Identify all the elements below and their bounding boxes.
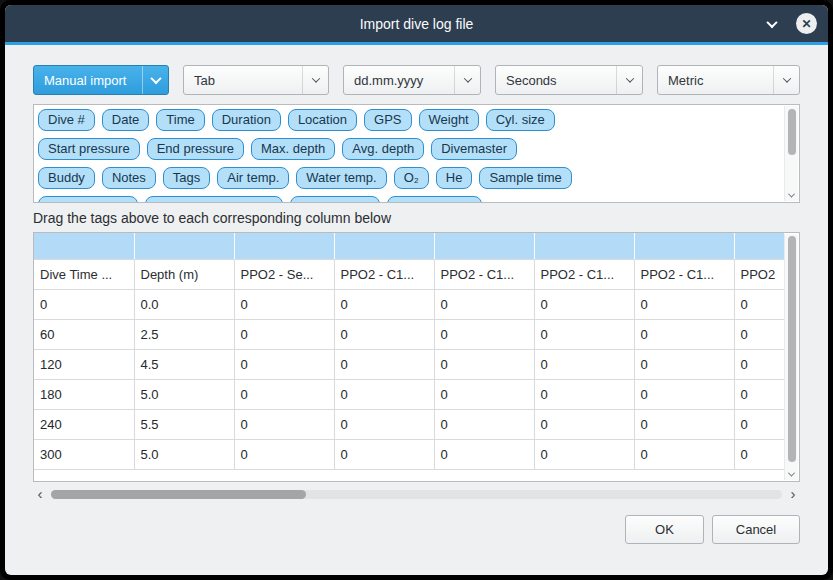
tag-end-pressure[interactable]: End pressure [147, 138, 244, 160]
import-type-combo[interactable]: Manual import [33, 65, 169, 95]
tag-max-depth[interactable]: Max. depth [251, 138, 335, 160]
column-header-4[interactable]: PPO2 - C1... [434, 259, 534, 289]
preview-grid: Dive Time ...Depth (m)PPO2 - Se...PPO2 -… [34, 233, 784, 470]
table-cell: 0 [634, 409, 734, 439]
scrollbar-thumb[interactable] [51, 490, 306, 499]
tag-he[interactable]: He [436, 167, 473, 189]
header-row: Dive Time ...Depth (m)PPO2 - Se...PPO2 -… [34, 259, 784, 289]
scroll-right-icon[interactable]: › [786, 487, 800, 501]
tag-row: BuddyNotesTagsAir temp.Water temp.O₂HeSa… [38, 167, 784, 189]
column-drop-target-3[interactable] [334, 233, 434, 259]
tag-notes[interactable]: Notes [102, 167, 156, 189]
column-header-5[interactable]: PPO2 - C1... [534, 259, 634, 289]
tag-dive[interactable]: Dive # [38, 109, 95, 131]
column-header-0[interactable]: Dive Time ... [34, 259, 134, 289]
column-header-1[interactable]: Depth (m) [134, 259, 234, 289]
column-drop-target-5[interactable] [534, 233, 634, 259]
field-separator-combo[interactable]: Tab [183, 65, 329, 95]
tag-gps[interactable]: GPS [364, 109, 411, 131]
date-format-combo[interactable]: dd.mm.yyyy [343, 65, 481, 95]
scrollbar-track[interactable] [51, 490, 782, 499]
chevron-down-icon [454, 66, 480, 94]
tag-sample-temperature[interactable]: Sample temperature [145, 196, 283, 202]
column-drop-target-1[interactable] [134, 233, 234, 259]
table-horizontal-scrollbar[interactable]: ‹ › [33, 487, 800, 501]
table-cell: 300 [34, 439, 134, 469]
combo-value: Manual import [34, 73, 142, 88]
tag-tags[interactable]: Tags [163, 167, 210, 189]
table-cell: 0 [234, 409, 334, 439]
table-cell: 0 [534, 379, 634, 409]
tag-sample-depth[interactable]: Sample depth [38, 196, 138, 202]
table-cell: 0 [434, 379, 534, 409]
table-cell: 2.5 [134, 319, 234, 349]
table-row: 602.5000000 [34, 319, 784, 349]
tag-cyl-size[interactable]: Cyl. size [486, 109, 555, 131]
column-drop-target-6[interactable] [634, 233, 734, 259]
table-cell: 0 [334, 319, 434, 349]
table-cell: 0 [334, 289, 434, 319]
column-header-7[interactable]: PPO2 [734, 259, 784, 289]
table-cell: 0 [534, 289, 634, 319]
ok-button[interactable]: OK [625, 515, 704, 544]
table-cell: 0 [234, 319, 334, 349]
tag-date[interactable]: Date [102, 109, 149, 131]
table-cell: 0 [734, 319, 784, 349]
tag-row: Sample depthSample temperatureSample pO₂… [38, 196, 784, 202]
table-cell: 0 [334, 349, 434, 379]
table-cell: 0 [734, 439, 784, 469]
tag-divemaster[interactable]: Divemaster [431, 138, 517, 160]
tags-scrollbar[interactable] [784, 106, 798, 201]
titlebar-controls: ✕ [763, 5, 817, 42]
column-header-2[interactable]: PPO2 - Se... [234, 259, 334, 289]
tag-water-temp[interactable]: Water temp. [296, 167, 386, 189]
table-cell: 240 [34, 409, 134, 439]
tag-sample-cns[interactable]: Sample CNS [387, 196, 482, 202]
table-row: 00.0000000 [34, 289, 784, 319]
combo-value: dd.mm.yyyy [344, 73, 454, 88]
table-cell: 0 [334, 439, 434, 469]
table-cell: 0 [434, 289, 534, 319]
window-frame: Import dive log file ✕ Manual import Tab… [0, 0, 833, 580]
titlebar-menu-chevron-icon[interactable] [763, 15, 781, 33]
duration-format-combo[interactable]: Seconds [495, 65, 643, 95]
units-combo[interactable]: Metric [657, 65, 800, 95]
table-cell: 0 [234, 289, 334, 319]
tag-weight[interactable]: Weight [419, 109, 479, 131]
table-row: 1204.5000000 [34, 349, 784, 379]
column-drop-target-4[interactable] [434, 233, 534, 259]
scroll-left-icon[interactable]: ‹ [33, 487, 47, 501]
column-drop-target-0[interactable] [34, 233, 134, 259]
chevron-down-icon[interactable] [785, 193, 798, 198]
tag-air-temp[interactable]: Air temp. [217, 167, 289, 189]
tag-sample-po[interactable]: Sample pO₂ [290, 196, 380, 202]
tag-time[interactable]: Time [156, 109, 204, 131]
scrollbar-thumb[interactable] [788, 236, 796, 462]
tag-location[interactable]: Location [288, 109, 357, 131]
column-drop-target-7[interactable] [734, 233, 784, 259]
dialog-content: Manual import Tab dd.mm.yyyy Seconds Met… [5, 45, 828, 575]
titlebar[interactable]: Import dive log file ✕ [5, 5, 828, 42]
table-cell: 0 [434, 409, 534, 439]
cancel-button[interactable]: Cancel [712, 515, 800, 544]
tag-start-pressure[interactable]: Start pressure [38, 138, 140, 160]
drop-target-row [34, 233, 784, 259]
tag-avg-depth[interactable]: Avg. depth [342, 138, 424, 160]
chevron-down-icon[interactable] [785, 472, 798, 477]
tag-sample-time[interactable]: Sample time [479, 167, 571, 189]
scrollbar-thumb[interactable] [788, 109, 796, 155]
column-header-3[interactable]: PPO2 - C1... [334, 259, 434, 289]
table-cell: 0 [434, 319, 534, 349]
tag-duration[interactable]: Duration [212, 109, 281, 131]
table-vertical-scrollbar[interactable] [784, 234, 798, 480]
tag-o[interactable]: O₂ [394, 167, 429, 189]
table-cell: 0 [434, 349, 534, 379]
close-button[interactable]: ✕ [796, 13, 817, 34]
tag-buddy[interactable]: Buddy [38, 167, 95, 189]
column-drop-target-2[interactable] [234, 233, 334, 259]
column-header-6[interactable]: PPO2 - C1... [634, 259, 734, 289]
table-cell: 0 [734, 349, 784, 379]
combo-value: Metric [658, 73, 773, 88]
tags-panel: Dive #DateTimeDurationLocationGPSWeightC… [33, 104, 800, 203]
combo-value: Tab [184, 73, 302, 88]
